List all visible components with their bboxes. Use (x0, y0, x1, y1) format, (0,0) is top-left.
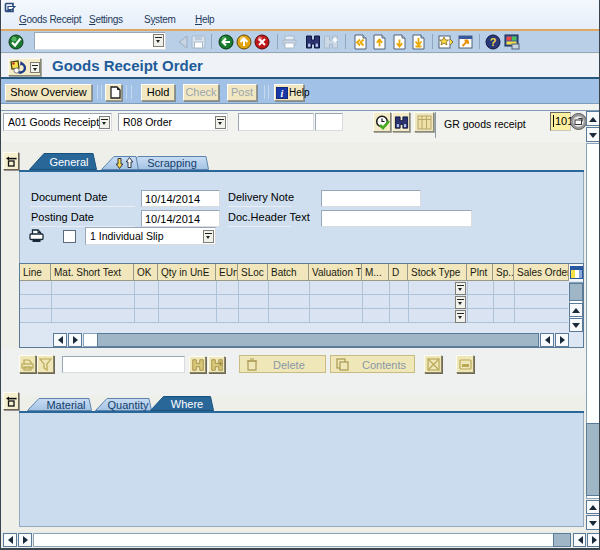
svg-text:General: General (49, 156, 88, 168)
svg-text:i: i (281, 88, 284, 99)
svg-text:Scrapping: Scrapping (147, 157, 197, 169)
svg-text:Where: Where (171, 398, 203, 410)
svg-text:Material: Material (46, 399, 85, 411)
svg-text:?: ? (490, 36, 497, 48)
svg-text:Quantity: Quantity (108, 399, 149, 411)
